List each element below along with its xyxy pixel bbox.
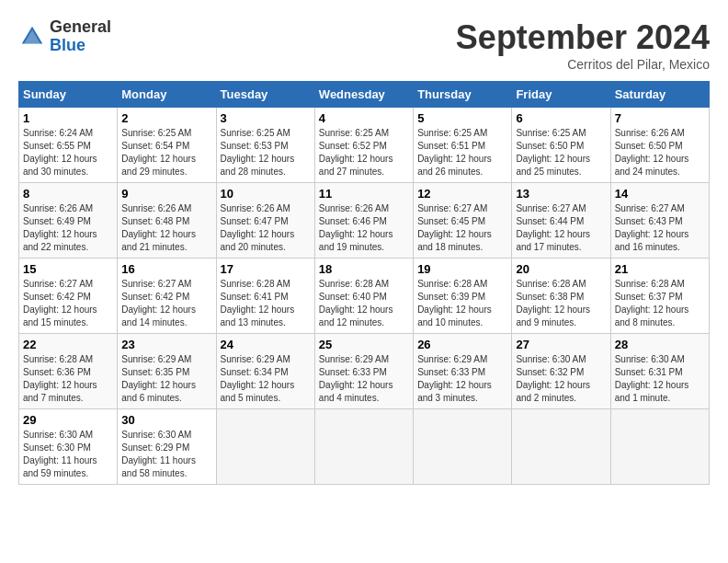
day-info: Sunrise: 6:26 AM Sunset: 6:48 PM Dayligh… — [121, 202, 211, 254]
week-row-4: 22Sunrise: 6:28 AM Sunset: 6:36 PM Dayli… — [19, 334, 710, 409]
calendar-cell: 19Sunrise: 6:28 AM Sunset: 6:39 PM Dayli… — [414, 259, 512, 334]
logo-text: General Blue — [50, 18, 111, 55]
day-number: 17 — [221, 262, 311, 276]
calendar-cell: 16Sunrise: 6:27 AM Sunset: 6:42 PM Dayli… — [118, 259, 216, 334]
day-info: Sunrise: 6:26 AM Sunset: 6:46 PM Dayligh… — [319, 202, 409, 254]
day-info: Sunrise: 6:25 AM Sunset: 6:51 PM Dayligh… — [417, 127, 507, 178]
day-info: Sunrise: 6:28 AM Sunset: 6:37 PM Dayligh… — [615, 278, 705, 329]
header-saturday: Saturday — [610, 82, 709, 108]
day-info: Sunrise: 6:27 AM Sunset: 6:42 PM Dayligh… — [121, 278, 211, 329]
day-number: 5 — [417, 111, 507, 125]
header-monday: Monday — [118, 82, 216, 108]
calendar-cell: 14Sunrise: 6:27 AM Sunset: 6:43 PM Dayli… — [610, 183, 709, 259]
calendar-cell — [414, 409, 512, 485]
calendar-cell: 27Sunrise: 6:30 AM Sunset: 6:32 PM Dayli… — [512, 334, 610, 409]
calendar-table: SundayMondayTuesdayWednesdayThursdayFrid… — [18, 81, 710, 485]
day-info: Sunrise: 6:27 AM Sunset: 6:43 PM Dayligh… — [615, 202, 705, 254]
header-thursday: Thursday — [414, 82, 512, 108]
page-header: General Blue September 2024 Cerritos del… — [18, 18, 710, 72]
week-row-3: 15Sunrise: 6:27 AM Sunset: 6:42 PM Dayli… — [19, 259, 710, 334]
day-info: Sunrise: 6:26 AM Sunset: 6:47 PM Dayligh… — [221, 202, 311, 254]
calendar-cell: 28Sunrise: 6:30 AM Sunset: 6:31 PM Dayli… — [610, 334, 709, 409]
day-number: 4 — [319, 111, 409, 125]
location: Cerritos del Pilar, Mexico — [456, 57, 710, 72]
week-row-5: 29Sunrise: 6:30 AM Sunset: 6:30 PM Dayli… — [19, 409, 710, 485]
week-row-2: 8Sunrise: 6:26 AM Sunset: 6:49 PM Daylig… — [19, 183, 710, 259]
calendar-cell: 20Sunrise: 6:28 AM Sunset: 6:38 PM Dayli… — [512, 259, 610, 334]
header-sunday: Sunday — [19, 82, 118, 108]
day-info: Sunrise: 6:28 AM Sunset: 6:39 PM Dayligh… — [417, 278, 507, 329]
day-info: Sunrise: 6:25 AM Sunset: 6:53 PM Dayligh… — [221, 127, 311, 178]
day-number: 13 — [516, 187, 606, 201]
day-number: 3 — [221, 111, 311, 125]
calendar-cell: 23Sunrise: 6:29 AM Sunset: 6:35 PM Dayli… — [118, 334, 216, 409]
header-wednesday: Wednesday — [314, 82, 413, 108]
day-info: Sunrise: 6:27 AM Sunset: 6:44 PM Dayligh… — [516, 202, 606, 254]
day-number: 26 — [417, 338, 507, 351]
calendar-cell: 4Sunrise: 6:25 AM Sunset: 6:52 PM Daylig… — [314, 108, 413, 183]
day-info: Sunrise: 6:28 AM Sunset: 6:40 PM Dayligh… — [319, 278, 409, 329]
calendar-cell: 3Sunrise: 6:25 AM Sunset: 6:53 PM Daylig… — [216, 108, 314, 183]
day-number: 18 — [319, 262, 409, 276]
day-number: 24 — [221, 338, 311, 351]
calendar-cell: 8Sunrise: 6:26 AM Sunset: 6:49 PM Daylig… — [19, 183, 118, 259]
day-number: 14 — [615, 187, 705, 201]
calendar-cell: 21Sunrise: 6:28 AM Sunset: 6:37 PM Dayli… — [610, 259, 709, 334]
day-info: Sunrise: 6:28 AM Sunset: 6:36 PM Dayligh… — [23, 353, 113, 405]
day-number: 12 — [417, 187, 507, 201]
day-number: 29 — [23, 413, 113, 427]
day-info: Sunrise: 6:25 AM Sunset: 6:50 PM Dayligh… — [516, 127, 606, 178]
day-info: Sunrise: 6:27 AM Sunset: 6:42 PM Dayligh… — [23, 278, 113, 329]
day-number: 25 — [319, 338, 409, 351]
day-number: 9 — [121, 187, 211, 201]
calendar-cell: 6Sunrise: 6:25 AM Sunset: 6:50 PM Daylig… — [512, 108, 610, 183]
day-number: 11 — [319, 187, 409, 201]
day-info: Sunrise: 6:28 AM Sunset: 6:41 PM Dayligh… — [221, 278, 311, 329]
calendar-cell: 9Sunrise: 6:26 AM Sunset: 6:48 PM Daylig… — [118, 183, 216, 259]
day-info: Sunrise: 6:29 AM Sunset: 6:33 PM Dayligh… — [417, 353, 507, 405]
day-number: 27 — [516, 338, 606, 351]
calendar-cell — [314, 409, 413, 485]
day-info: Sunrise: 6:26 AM Sunset: 6:50 PM Dayligh… — [615, 127, 705, 178]
calendar-cell: 1Sunrise: 6:24 AM Sunset: 6:55 PM Daylig… — [19, 108, 118, 183]
day-number: 28 — [615, 338, 705, 351]
week-row-1: 1Sunrise: 6:24 AM Sunset: 6:55 PM Daylig… — [19, 108, 710, 183]
day-number: 16 — [121, 262, 211, 276]
header-friday: Friday — [512, 82, 610, 108]
logo-line1: General — [50, 18, 111, 37]
calendar-cell: 22Sunrise: 6:28 AM Sunset: 6:36 PM Dayli… — [19, 334, 118, 409]
header-row: SundayMondayTuesdayWednesdayThursdayFrid… — [19, 82, 710, 108]
day-number: 21 — [615, 262, 705, 276]
day-number: 19 — [417, 262, 507, 276]
day-number: 2 — [121, 111, 211, 125]
day-info: Sunrise: 6:28 AM Sunset: 6:38 PM Dayligh… — [516, 278, 606, 329]
header-tuesday: Tuesday — [216, 82, 314, 108]
day-info: Sunrise: 6:24 AM Sunset: 6:55 PM Dayligh… — [23, 127, 113, 178]
day-number: 15 — [23, 262, 113, 276]
calendar-cell — [216, 409, 314, 485]
day-number: 30 — [121, 413, 211, 427]
day-info: Sunrise: 6:29 AM Sunset: 6:35 PM Dayligh… — [121, 353, 211, 405]
calendar-cell: 24Sunrise: 6:29 AM Sunset: 6:34 PM Dayli… — [216, 334, 314, 409]
day-number: 20 — [516, 262, 606, 276]
calendar-cell — [610, 409, 709, 485]
calendar-cell: 17Sunrise: 6:28 AM Sunset: 6:41 PM Dayli… — [216, 259, 314, 334]
day-number: 6 — [516, 111, 606, 125]
day-info: Sunrise: 6:27 AM Sunset: 6:45 PM Dayligh… — [417, 202, 507, 254]
day-info: Sunrise: 6:30 AM Sunset: 6:32 PM Dayligh… — [516, 353, 606, 405]
day-number: 10 — [221, 187, 311, 201]
calendar-cell: 13Sunrise: 6:27 AM Sunset: 6:44 PM Dayli… — [512, 183, 610, 259]
day-info: Sunrise: 6:30 AM Sunset: 6:31 PM Dayligh… — [615, 353, 705, 405]
logo-line2: Blue — [50, 37, 111, 55]
calendar-cell: 12Sunrise: 6:27 AM Sunset: 6:45 PM Dayli… — [414, 183, 512, 259]
day-number: 23 — [121, 338, 211, 351]
day-number: 7 — [615, 111, 705, 125]
day-number: 8 — [23, 187, 113, 201]
calendar-cell: 2Sunrise: 6:25 AM Sunset: 6:54 PM Daylig… — [118, 108, 216, 183]
month-title: September 2024 — [456, 18, 710, 57]
calendar-cell: 29Sunrise: 6:30 AM Sunset: 6:30 PM Dayli… — [19, 409, 118, 485]
calendar-cell: 15Sunrise: 6:27 AM Sunset: 6:42 PM Dayli… — [19, 259, 118, 334]
calendar-cell: 5Sunrise: 6:25 AM Sunset: 6:51 PM Daylig… — [414, 108, 512, 183]
calendar-cell: 7Sunrise: 6:26 AM Sunset: 6:50 PM Daylig… — [610, 108, 709, 183]
logo-icon — [18, 23, 46, 51]
